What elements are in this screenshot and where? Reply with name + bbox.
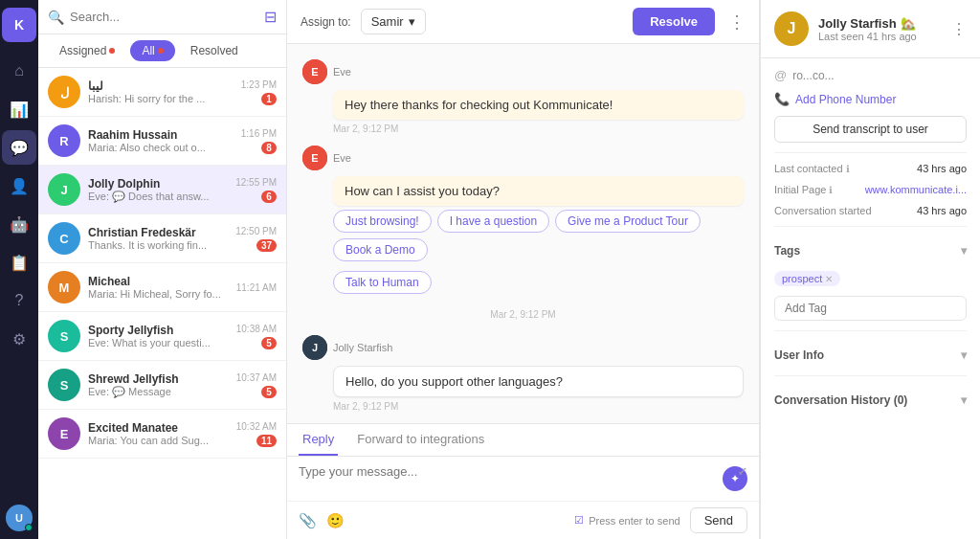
divider xyxy=(774,330,967,331)
quick-reply-human[interactable]: Talk to Human xyxy=(333,271,432,294)
resolve-button[interactable]: Resolve xyxy=(633,8,715,35)
all-dot xyxy=(158,48,164,54)
add-phone-button[interactable]: Add Phone Number xyxy=(795,93,896,106)
sidebar: K ⌂ 📊 💬 👤 🤖 📋 ? ⚙ U xyxy=(0,0,38,539)
conversation-tabs: Assigned All Resolved xyxy=(38,34,286,68)
avatar: E xyxy=(302,59,327,84)
last-seen: Last seen 41 hrs ago xyxy=(818,31,942,42)
assign-label: Assign to: xyxy=(301,15,351,29)
contact-avatar: J xyxy=(774,11,809,46)
send-transcript-button[interactable]: Send transcript to user xyxy=(774,116,967,143)
logo-icon: K xyxy=(2,8,36,42)
filter-icon[interactable]: ⊟ xyxy=(264,8,277,26)
chat-icon[interactable]: 💬 xyxy=(2,130,36,165)
send-button[interactable]: Send xyxy=(690,507,747,533)
message-bubble: Hey there thanks for checking out Kommun… xyxy=(333,90,744,120)
quick-replies: Just browsing! I have a question Give me… xyxy=(333,210,744,261)
email-icon: @ xyxy=(774,68,787,82)
message-bubble: How can I assist you today? xyxy=(333,176,744,206)
conversations-panel: 🔍 ⊟ Assigned All Resolved ل لیبا Harish:… xyxy=(38,0,287,539)
message-group: E Eve How can I assist you today? Just b… xyxy=(302,146,744,294)
contact-details: @ ro...co... 📞 Add Phone Number Send tra… xyxy=(761,58,980,420)
svg-text:E: E xyxy=(311,66,318,78)
quick-reply-browsing[interactable]: Just browsing! xyxy=(333,210,432,233)
message-group: J Jolly Starfish Hello, do you support o… xyxy=(302,335,744,412)
date-label: Mar 2, 9:12 PM xyxy=(302,309,744,320)
add-tag-input[interactable] xyxy=(774,296,967,321)
initial-page-link[interactable]: www.kommunicate.i... xyxy=(865,184,967,195)
bot-icon[interactable]: 🤖 xyxy=(2,207,36,241)
chart-icon[interactable]: 📊 xyxy=(2,92,36,126)
divider xyxy=(774,152,967,153)
avatar: J xyxy=(48,173,80,206)
users-icon[interactable]: 👤 xyxy=(2,168,36,203)
list-item[interactable]: R Raahim Hussain Maria: Also check out o… xyxy=(38,117,286,166)
last-contacted-row: Last contacted ℹ 43 hrs ago xyxy=(774,163,967,174)
contact-name: Jolly Starfish xyxy=(818,16,897,31)
list-item[interactable]: S Shrewd Jellyfish Eve: 💬 Message 10:37 … xyxy=(38,361,286,410)
svg-text:E: E xyxy=(311,152,318,164)
right-panel: J Jolly Starfish 🏡 Last seen 41 hrs ago … xyxy=(760,0,980,539)
chat-messages: E Eve Hey there thanks for checking out … xyxy=(287,44,759,423)
message-time: Mar 2, 9:12 PM xyxy=(333,124,744,134)
remove-tag-icon[interactable]: ✕ xyxy=(825,274,833,284)
svg-text:J: J xyxy=(312,342,318,353)
chevron-down-icon: ▾ xyxy=(961,393,967,407)
user-avatar[interactable]: U xyxy=(6,505,33,531)
last-contacted-value: 43 hrs ago xyxy=(917,163,967,174)
expand-icon[interactable]: ⤢ xyxy=(738,464,747,478)
user-info-section[interactable]: User Info ▾ xyxy=(774,341,967,366)
avatar: R xyxy=(48,124,80,157)
quick-reply-demo[interactable]: Book a Demo xyxy=(333,238,428,261)
list-item[interactable]: S Sporty Jellyfish Eve: What is your que… xyxy=(38,312,286,361)
avatar: C xyxy=(48,222,80,255)
chevron-down-icon: ▾ xyxy=(961,244,967,258)
emoji-icon[interactable]: 🙂 xyxy=(326,512,345,529)
message-input[interactable] xyxy=(299,464,715,493)
home-icon[interactable]: ⌂ xyxy=(2,54,36,88)
list-item[interactable]: E Excited Manatee Maria: You can add Sug… xyxy=(38,410,286,459)
avatar: M xyxy=(48,271,80,303)
search-icon: 🔍 xyxy=(48,10,64,25)
tab-reply[interactable]: Reply xyxy=(299,424,338,456)
search-input[interactable] xyxy=(70,10,258,24)
list-item[interactable]: ل لیبا Harish: Hi sorry for the ... 1:23… xyxy=(38,68,286,117)
list-item[interactable]: C Christian Fredeskär Thanks. It is work… xyxy=(38,214,286,263)
avatar: E xyxy=(48,417,80,450)
conversation-list: ل لیبا Harish: Hi sorry for the ... 1:23… xyxy=(38,68,286,539)
assigned-dot xyxy=(109,48,115,54)
attachment-icon[interactable]: 📎 xyxy=(299,512,317,529)
conversation-started-row: Conversation started 43 hrs ago xyxy=(774,205,967,216)
settings-icon[interactable]: ⚙ xyxy=(2,322,36,356)
more-icon[interactable]: ⋮ xyxy=(728,11,746,33)
quick-reply-question[interactable]: I have a question xyxy=(437,210,549,233)
phone-row: 📞 Add Phone Number xyxy=(774,92,967,106)
enter-to-send: ☑ Press enter to send xyxy=(574,514,679,527)
conversation-history-section[interactable]: Conversation History (0) ▾ xyxy=(774,386,967,411)
avatar: E xyxy=(302,146,327,170)
message-time: Mar 2, 9:12 PM xyxy=(333,401,744,412)
tags-row: prospect ✕ xyxy=(774,271,967,286)
reports-icon[interactable]: 📋 xyxy=(2,245,36,280)
reply-tabs: Reply Forward to integrations xyxy=(287,424,759,457)
list-item[interactable]: M Micheal Maria: Hi Micheal, Sorry fo...… xyxy=(38,263,286,312)
reply-area: Reply Forward to integrations ⤢ ✦ 📎 🙂 ☑ … xyxy=(287,423,759,539)
tag-badge: prospect ✕ xyxy=(774,271,840,286)
chevron-down-icon: ▾ xyxy=(961,348,967,362)
contact-header: J Jolly Starfish 🏡 Last seen 41 hrs ago … xyxy=(761,0,980,58)
tab-forward[interactable]: Forward to integrations xyxy=(353,424,488,456)
avatar: J xyxy=(302,335,327,360)
list-item[interactable]: J Jolly Dolphin Eve: 💬 Does that answ...… xyxy=(38,166,286,214)
reply-input-row: ⤢ ✦ xyxy=(287,457,759,501)
avatar: S xyxy=(48,320,80,352)
tab-assigned[interactable]: Assigned xyxy=(48,40,126,61)
tab-resolved[interactable]: Resolved xyxy=(179,40,250,61)
initial-page-row: Initial Page ℹ www.kommunicate.i... xyxy=(774,184,967,195)
help-icon[interactable]: ? xyxy=(2,283,36,318)
tab-all[interactable]: All xyxy=(130,40,174,61)
assignee-select[interactable]: Samir ▾ xyxy=(361,9,426,34)
quick-reply-tour[interactable]: Give me a Product Tour xyxy=(555,210,701,233)
tags-section-header[interactable]: Tags ▾ xyxy=(774,236,967,261)
email-row: @ ro...co... xyxy=(774,68,967,82)
more-options-icon[interactable]: ⋮ xyxy=(951,20,967,38)
